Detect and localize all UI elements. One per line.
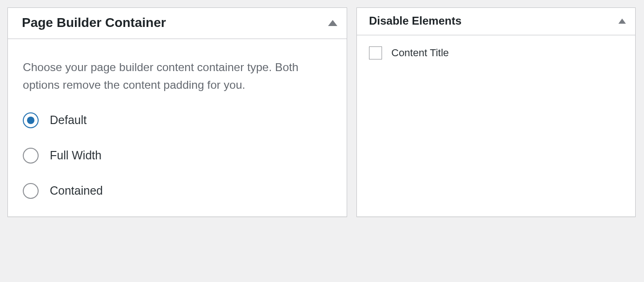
disable-elements-title: Disable Elements [369,14,462,27]
disable-elements-header[interactable]: Disable Elements [357,8,635,35]
disable-elements-metabox: Disable Elements Content Title [356,7,636,217]
checkbox-icon [369,46,382,59]
checkbox-label: Content Title [391,47,449,59]
collapse-up-icon [328,20,337,26]
container-type-radio-group: Default Full Width Contained [23,112,332,199]
radio-label: Default [50,113,87,127]
radio-option-full-width[interactable]: Full Width [23,148,332,164]
checkbox-option-content-title[interactable]: Content Title [369,46,623,59]
page-builder-container-description: Choose your page builder content contain… [23,59,332,94]
radio-label: Contained [50,184,103,197]
radio-option-contained[interactable]: Contained [23,183,332,199]
page-builder-container-body: Choose your page builder content contain… [8,39,347,216]
collapse-up-icon [618,19,626,24]
radio-icon [23,183,39,199]
page-builder-container-metabox: Page Builder Container Choose your page … [7,7,347,217]
radio-icon [23,112,39,128]
radio-label: Full Width [50,149,101,162]
radio-option-default[interactable]: Default [23,112,332,128]
page-builder-container-title: Page Builder Container [22,15,166,30]
page-builder-container-header[interactable]: Page Builder Container [8,8,347,39]
radio-icon [23,148,39,164]
disable-elements-body: Content Title [357,35,635,82]
